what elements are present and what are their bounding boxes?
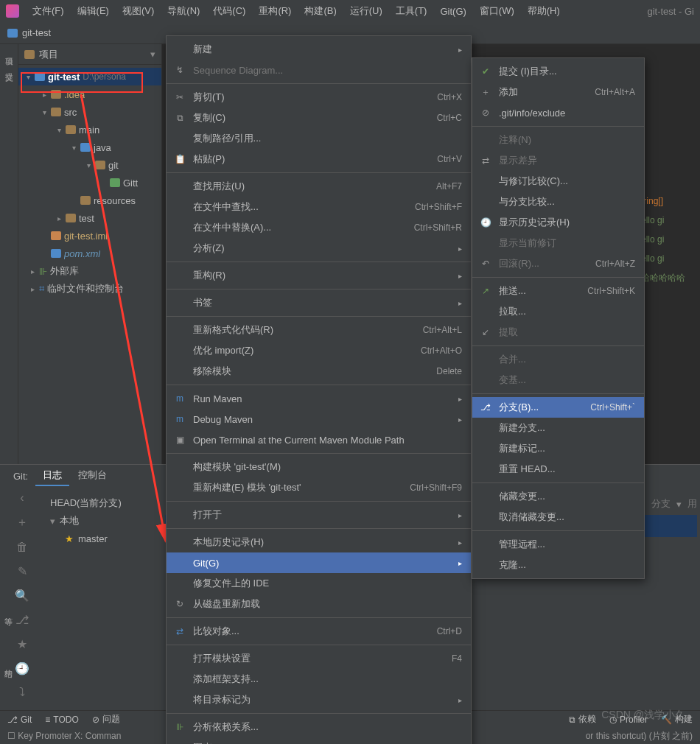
menu-nav[interactable]: 导航(N)	[161, 1, 206, 21]
menu-find-usages[interactable]: 查找用法(U)Alt+F7	[167, 176, 471, 197]
git-commit[interactable]: ✔提交 (I)目录...	[472, 61, 644, 82]
tree-root[interactable]: ▾ git-test D:\persona	[18, 68, 161, 85]
tree-java[interactable]: ▾java	[18, 138, 161, 156]
menu-edit[interactable]: 编辑(E)	[71, 1, 115, 21]
menu-build[interactable]: 构建(B)	[298, 1, 342, 21]
tree-src[interactable]: ▾src	[18, 103, 161, 121]
git-reset-head[interactable]: 重置 HEAD...	[472, 459, 644, 480]
menu-git[interactable]: Git(G)	[434, 3, 472, 20]
menu-local-history[interactable]: 本地历史记录(H)▸	[167, 532, 471, 552]
git-compare-branch[interactable]: 与分支比较...	[472, 192, 644, 212]
menu-new[interactable]: 新建▸	[167, 39, 471, 60]
git-clone[interactable]: 克隆...	[472, 555, 644, 575]
menu-refactor[interactable]: 重构(R)▸	[167, 265, 471, 286]
menu-help[interactable]: 帮助(H)	[522, 1, 566, 21]
menu-find-in-files[interactable]: 在文件中查找...Ctrl+Shift+F	[167, 197, 471, 217]
git-push[interactable]: ↗推送...Ctrl+Shift+K	[472, 281, 644, 301]
breadcrumb-project[interactable]: git-test	[22, 27, 51, 38]
menu-add-framework[interactable]: 添加框架支持...	[167, 669, 471, 689]
menu-reload-disk[interactable]: ↻从磁盘重新加载	[167, 594, 471, 614]
branch-master[interactable]: ★master	[50, 530, 156, 547]
menu-file[interactable]: 文件(F)	[27, 1, 70, 21]
git-manage-remote[interactable]: 管理远程...	[472, 534, 644, 555]
dropdown-icon[interactable]: ▾	[150, 49, 155, 60]
cherry-pick-icon[interactable]: ⤵	[19, 686, 25, 699]
menu-module-settings[interactable]: 打开模块设置F4	[167, 648, 471, 669]
menu-remove-module[interactable]: 移除模块Delete	[167, 361, 471, 382]
menu-build-module[interactable]: 构建模块 'git-test'(M)	[167, 457, 471, 477]
add-icon[interactable]: ＋	[16, 515, 28, 530]
git-branches[interactable]: ⎇分支(B)...Ctrl+Shift+`	[472, 397, 644, 418]
menu-copy-path[interactable]: 复制路径/引用...	[167, 128, 471, 149]
tree-iml[interactable]: git-test.iml	[18, 227, 161, 245]
menu-reformat[interactable]: 重新格式化代码(R)Ctrl+Alt+L	[167, 320, 471, 340]
menu-open-terminal-maven[interactable]: ▣Open Terminal at the Current Maven Modu…	[167, 429, 471, 450]
menu-copy[interactable]: ⧉复制(C)Ctrl+C	[167, 108, 471, 128]
tree-class[interactable]: Gitt	[18, 174, 161, 192]
filter-branch[interactable]: 分支	[651, 497, 671, 510]
menu-mark-dir[interactable]: 将目录标记为▸	[167, 689, 471, 710]
menu-rebuild[interactable]: 重新构建(E) 模块 'git-test'Ctrl+Shift+F9	[167, 477, 471, 498]
tree-resources[interactable]: resources	[18, 192, 161, 209]
git-pull[interactable]: 拉取...	[472, 301, 644, 322]
menu-open-in[interactable]: 打开于▸	[167, 505, 471, 525]
reload-icon: ↻	[174, 598, 186, 610]
bb-profiler[interactable]: ◷Profiler	[609, 715, 648, 725]
git-stash[interactable]: 储藏变更...	[472, 486, 644, 507]
search-icon[interactable]: 🔍	[15, 589, 29, 603]
menu-debug-maven[interactable]: mDebug Maven▸	[167, 409, 471, 429]
branch-local[interactable]: ▾本地	[50, 512, 156, 530]
menu-optimize-imports[interactable]: 优化 import(Z)Ctrl+Alt+O	[167, 340, 471, 361]
bb-deps[interactable]: ⧉依赖	[569, 713, 596, 726]
menu-run[interactable]: 运行(U)	[344, 1, 388, 21]
menu-bookmarks[interactable]: 书签▸	[167, 292, 471, 313]
menu-repair-ide[interactable]: 修复文件上的 IDE	[167, 573, 471, 594]
menu-git[interactable]: Git(G)▸	[167, 552, 471, 573]
branch-icon[interactable]: ⎇	[15, 613, 29, 627]
git-compare-rev[interactable]: 与修订比较(C)...	[472, 171, 644, 192]
tree-scratches[interactable]: ▸⌗临时文件和控制台	[18, 280, 161, 298]
bb-git[interactable]: ⎇Git	[7, 715, 32, 725]
git-new-branch[interactable]: 新建分支...	[472, 418, 644, 438]
tree-git-pkg[interactable]: ▾git	[18, 156, 161, 174]
menu-diagram[interactable]: ▦图表▸	[167, 737, 471, 744]
tree-external-libs[interactable]: ▸⊪外部库	[18, 262, 161, 280]
menu-refactor[interactable]: 重构(R)	[253, 1, 297, 21]
bb-build[interactable]: 🔨构建	[661, 713, 693, 726]
nav-back-icon[interactable]: ‹	[20, 491, 24, 505]
bb-todo[interactable]: ≡TODO	[45, 715, 78, 725]
menu-compare[interactable]: ⇄比较对象...Ctrl+D	[167, 621, 471, 642]
menu-sequence-diagram[interactable]: ↯Sequence Diagram...	[167, 60, 471, 80]
star-icon[interactable]: ★	[17, 637, 27, 651]
git-annotate: 注释(N)	[472, 130, 644, 150]
project-header[interactable]: 项目 ▾	[18, 44, 161, 65]
menu-window[interactable]: 窗口(W)	[474, 1, 520, 21]
menu-view[interactable]: 视图(V)	[116, 1, 160, 21]
git-add[interactable]: ＋添加Ctrl+Alt+A	[472, 82, 644, 102]
git-show-history[interactable]: 🕘显示历史记录(H)	[472, 212, 644, 233]
tree-main[interactable]: ▾main	[18, 121, 161, 138]
edit-icon[interactable]: ✎	[18, 564, 27, 578]
git-tab-log[interactable]: 日志	[35, 466, 69, 486]
history-icon[interactable]: 🕘	[15, 661, 29, 675]
tree-pom[interactable]: pom.xml	[18, 245, 161, 262]
branch-head[interactable]: HEAD(当前分支)	[50, 494, 156, 512]
menu-cut[interactable]: ✂剪切(T)Ctrl+X	[167, 87, 471, 108]
git-tab-console[interactable]: 控制台	[71, 466, 114, 486]
menu-analyze[interactable]: 分析(Z)▸	[167, 238, 471, 259]
git-exclude[interactable]: ⊘.git/info/exclude	[472, 102, 644, 123]
delete-icon[interactable]: 🗑	[16, 541, 28, 554]
menu-replace-in-files[interactable]: 在文件中替换(A)...Ctrl+Shift+R	[167, 217, 471, 238]
git-fetch: ↙提取	[472, 322, 644, 343]
tree-idea[interactable]: ▸.idea	[18, 85, 161, 103]
menu-dep-analysis[interactable]: ⊪分析依赖关系...	[167, 717, 471, 737]
menu-tools[interactable]: 工具(T)	[390, 1, 433, 21]
bb-problems[interactable]: ⊘问题	[92, 713, 120, 726]
git-unstash[interactable]: 取消储藏变更...	[472, 507, 644, 527]
menu-run-maven[interactable]: mRun Maven▸	[167, 388, 471, 409]
filter-user[interactable]: 用	[687, 497, 697, 510]
menu-paste[interactable]: 📋粘贴(P)Ctrl+V	[167, 149, 471, 169]
tree-test[interactable]: ▸test	[18, 209, 161, 227]
git-new-tag[interactable]: 新建标记...	[472, 438, 644, 459]
menu-code[interactable]: 代码(C)	[207, 1, 251, 21]
